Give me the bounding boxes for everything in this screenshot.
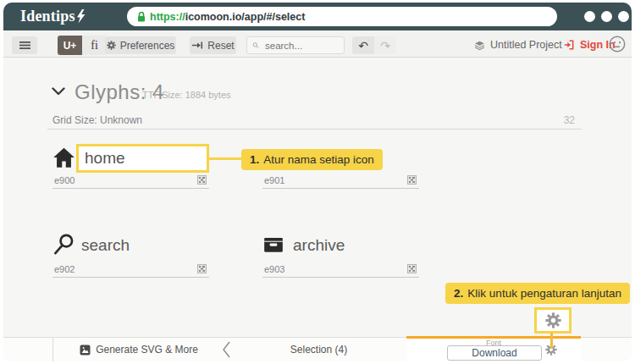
redo-icon: ↷ bbox=[380, 40, 390, 52]
selection-tab[interactable]: Selection (4) bbox=[249, 338, 389, 361]
project-label: Untitled Project bbox=[490, 39, 562, 51]
layers-icon bbox=[474, 40, 485, 51]
code-view-icon[interactable] bbox=[407, 175, 417, 185]
glyph-code-home[interactable]: e900 bbox=[54, 175, 75, 185]
download-button[interactable]: Download bbox=[447, 345, 542, 361]
grid-size-label: Grid Size: Unknown bbox=[52, 114, 142, 126]
glyph-code-archive[interactable]: e903 bbox=[264, 264, 284, 274]
hamburger-icon bbox=[19, 41, 30, 49]
reset-button[interactable]: Reset bbox=[190, 36, 236, 54]
browser-window: Identips https:// icomoon.io/app/#/selec… bbox=[3, 3, 632, 361]
main-menu-button[interactable] bbox=[12, 36, 37, 54]
feedback-smiley-icon[interactable] bbox=[608, 35, 627, 53]
logo-text: Identips bbox=[20, 8, 75, 25]
site-logo: Identips bbox=[20, 8, 86, 25]
reset-icon bbox=[191, 41, 203, 50]
undo-button[interactable]: ↶ bbox=[352, 36, 374, 54]
download-label: Download bbox=[472, 347, 516, 359]
redo-button[interactable]: ↷ bbox=[374, 36, 396, 54]
undo-icon: ↶ bbox=[358, 40, 368, 52]
annotation-step1-text: Atur nama setiap icon bbox=[263, 153, 374, 166]
image-icon bbox=[80, 345, 91, 356]
lightning-bolt-icon bbox=[76, 9, 86, 24]
gear-icon bbox=[107, 41, 116, 50]
code-view-icon[interactable] bbox=[407, 264, 417, 273]
ligature-mode-button[interactable]: fi bbox=[82, 36, 107, 55]
preferences-label: Preferences bbox=[120, 40, 175, 52]
app-toolbar: U+ fi Preferences Reset ↶ ↷ Untitled Pro… bbox=[3, 30, 632, 58]
bottom-bar: Generate SVG & More Selection (4) Font D… bbox=[3, 337, 632, 361]
window-dot bbox=[584, 11, 595, 22]
code-view-icon[interactable] bbox=[197, 264, 207, 273]
divider bbox=[52, 338, 53, 361]
ligature-mode-label: fi bbox=[91, 39, 98, 52]
glyph-code-row: e902 bbox=[52, 262, 209, 278]
search-icon bbox=[252, 41, 259, 50]
glyph-code-row: e903 bbox=[262, 262, 419, 278]
home-icon[interactable] bbox=[52, 146, 75, 169]
archive-icon[interactable] bbox=[262, 234, 284, 256]
code-view-icon[interactable] bbox=[197, 175, 207, 185]
annotation-step2-text: Klik untuk pengaturan lanjutan bbox=[467, 287, 621, 300]
glyph-name-input-home[interactable] bbox=[76, 144, 209, 173]
toolbar-search[interactable] bbox=[246, 36, 345, 54]
glyph-code-e901[interactable]: e901 bbox=[264, 175, 284, 185]
annotation-connector-line bbox=[550, 333, 553, 349]
url-scheme: https:// bbox=[150, 11, 185, 23]
url-path: icomoon.io/app/#/select bbox=[185, 11, 306, 23]
window-dot bbox=[618, 11, 629, 22]
highlight-underline bbox=[406, 336, 581, 339]
generate-svg-button[interactable]: Generate SVG & More bbox=[54, 338, 224, 361]
grid-size-row: Grid Size: Unknown 32 bbox=[47, 111, 582, 130]
glyph-name-archive[interactable]: archive bbox=[293, 236, 345, 255]
lock-icon bbox=[136, 11, 146, 23]
annotation-step1: 1. Atur nama setiap icon bbox=[241, 149, 383, 170]
sign-in-icon bbox=[563, 39, 575, 51]
search-glyph-icon[interactable] bbox=[52, 233, 75, 256]
window-dot bbox=[601, 11, 612, 22]
unicode-mode-label: U+ bbox=[64, 40, 77, 52]
selection-label: Selection (4) bbox=[290, 344, 347, 356]
font-download-section: Font Download bbox=[406, 338, 581, 361]
unicode-mode-button[interactable]: U+ bbox=[58, 36, 82, 55]
ttf-size-label: TTF Size: 1884 bytes bbox=[142, 90, 231, 100]
glyph-name-search[interactable]: search bbox=[81, 236, 130, 255]
generate-svg-label: Generate SVG & More bbox=[96, 344, 198, 356]
glyph-code-search[interactable]: e902 bbox=[54, 264, 75, 274]
glyph-code-row: e900 bbox=[52, 174, 209, 189]
prev-set-chevron-icon[interactable] bbox=[222, 341, 231, 358]
annotation-step1-number: 1. bbox=[250, 153, 259, 166]
search-input[interactable] bbox=[263, 40, 339, 52]
glyph-code-row: e901 bbox=[262, 174, 419, 189]
annotation-step2-number: 2. bbox=[454, 287, 463, 300]
url-bar[interactable]: https:// icomoon.io/app/#/select bbox=[127, 7, 557, 26]
collapse-chevron-icon[interactable] bbox=[52, 87, 65, 96]
annotation-step2: 2. Klik untuk pengaturan lanjutan bbox=[445, 283, 630, 304]
grid-size-value[interactable]: 32 bbox=[564, 114, 575, 126]
gear-icon bbox=[545, 312, 561, 328]
settings-gear-callout[interactable] bbox=[534, 307, 572, 334]
browser-top-bar: Identips https:// icomoon.io/app/#/selec… bbox=[3, 3, 632, 30]
preferences-button[interactable]: Preferences bbox=[105, 36, 176, 54]
annotation-connector-line bbox=[209, 157, 243, 160]
reset-label: Reset bbox=[207, 40, 234, 52]
project-menu[interactable]: Untitled Project bbox=[474, 39, 562, 51]
